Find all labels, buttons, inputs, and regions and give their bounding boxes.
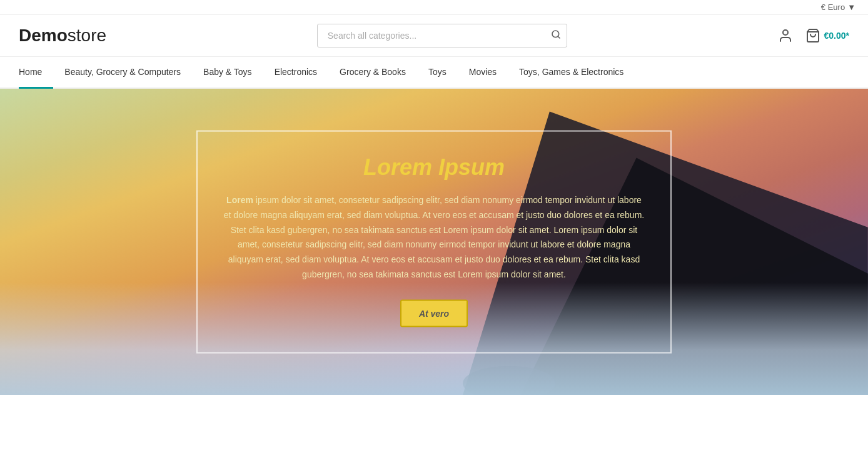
search-input[interactable] <box>317 24 567 47</box>
cart-total: €0.00* <box>824 31 849 41</box>
nav-item-home[interactable]: Home <box>19 57 53 89</box>
logo-bold: Demo <box>19 26 68 45</box>
hero-text: Lorem ipsum dolor sit amet, consetetur s… <box>223 193 645 282</box>
top-bar: € Euro ▼ <box>0 0 868 15</box>
search-button[interactable] <box>551 29 561 42</box>
hero-text-bold: Lorem <box>226 195 253 205</box>
hero-content-box: Lorem Ipsum Lorem ipsum dolor sit amet, … <box>196 131 672 354</box>
logo[interactable]: Demostore <box>19 26 106 46</box>
currency-label: € Euro <box>821 2 845 12</box>
hero-cta-button[interactable]: At vero <box>400 299 468 327</box>
header: Demostore €0.00* <box>0 15 868 57</box>
logo-light: store <box>68 26 106 45</box>
nav-item-beauty[interactable]: Beauty, Grocery & Computers <box>53 57 192 89</box>
svg-point-2 <box>783 30 788 35</box>
svg-line-1 <box>558 36 560 38</box>
main-navigation: Home Beauty, Grocery & Computers Baby & … <box>0 57 868 89</box>
nav-item-electronics[interactable]: Electronics <box>263 57 328 89</box>
search-icon <box>551 29 561 39</box>
nav-item-toys-games[interactable]: Toys, Games & Electronics <box>508 57 635 89</box>
nav-item-toys[interactable]: Toys <box>417 57 458 89</box>
hero-section: Lorem Ipsum Lorem ipsum dolor sit amet, … <box>0 89 868 395</box>
hero-title: Lorem Ipsum <box>223 154 645 181</box>
currency-selector[interactable]: € Euro ▼ <box>821 2 855 12</box>
user-account-button[interactable] <box>778 28 793 43</box>
nav-item-baby-toys[interactable]: Baby & Toys <box>192 57 263 89</box>
header-actions: €0.00* <box>778 28 849 43</box>
nav-item-grocery-books[interactable]: Grocery & Books <box>328 57 417 89</box>
search-bar <box>317 24 567 47</box>
user-icon <box>778 28 793 43</box>
hero-text-body: ipsum dolor sit amet, consetetur sadipsc… <box>224 195 644 279</box>
nav-item-movies[interactable]: Movies <box>458 57 508 89</box>
currency-dropdown-icon: ▼ <box>847 2 855 12</box>
cart-button[interactable]: €0.00* <box>805 28 849 43</box>
cart-icon <box>805 28 820 43</box>
